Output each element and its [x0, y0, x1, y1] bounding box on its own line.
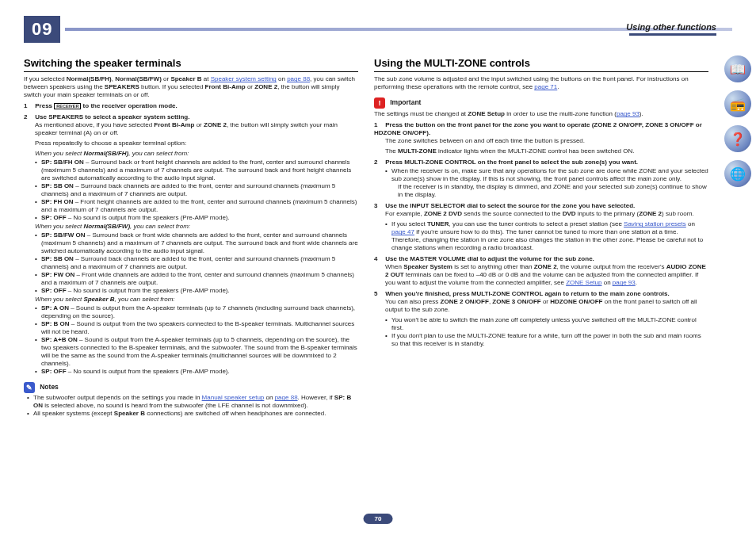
heading-multizone: Using the MULTI-ZONE controls	[374, 57, 708, 72]
when-speaker-b: When you select Speaker B, you can selec…	[35, 296, 358, 304]
chapter-number: 09	[24, 16, 60, 43]
section-label: Using other functions	[626, 22, 716, 32]
list-item: SP: SB/FW ON – Surround back or front wi…	[35, 231, 358, 255]
link-page-93b[interactable]: page 93	[613, 279, 636, 286]
mz-step-3: 3 Use the INPUT SELECTOR dial to select …	[374, 202, 708, 210]
mz-s5-list: You won't be able to switch the main zon…	[385, 316, 708, 348]
globe-icon[interactable]: 🌐	[724, 160, 751, 187]
important-icon: !	[374, 97, 385, 109]
list-item: SP: SB/FH ON – Surround back or front he…	[35, 159, 358, 182]
step-1: 1 Press RECEIVER to the receiver operati…	[24, 102, 358, 110]
list-item: The subwoofer output depends on the sett…	[27, 394, 358, 410]
device-icon[interactable]: 📻	[724, 90, 751, 117]
note-icon: ✎	[24, 382, 35, 393]
important-text: The settings must be changed at ZONE Set…	[374, 110, 708, 118]
notes-title: Notes	[40, 383, 59, 391]
important-block: ! Important The settings must be changed…	[374, 97, 708, 118]
help-icon[interactable]: ❓	[724, 125, 751, 152]
heading-switching: Switching the speaker terminals	[24, 57, 358, 72]
list-item: SP: FW ON – Front wide channels are adde…	[35, 271, 358, 287]
right-column: Using the MULTI-ZONE controls The sub zo…	[374, 57, 732, 418]
link-saving-presets[interactable]: Saving station presets	[624, 220, 686, 227]
list-item: SP: OFF – No sound is output from the sp…	[35, 368, 358, 376]
list-item: If you select TUNER, you can use the tun…	[385, 220, 708, 252]
notes-block: ✎ Notes The subwoofer output depends on …	[24, 382, 358, 418]
mz-s2-list: When the receiver is on, make sure that …	[385, 167, 708, 199]
book-icon[interactable]: 📖	[724, 55, 751, 82]
mz-intro: The sub zone volume is adjusted and the …	[374, 75, 708, 91]
link-page-88[interactable]: page 88	[287, 75, 310, 82]
mz-s1-p2: The MULTI-ZONE indicator lights when the…	[385, 147, 708, 155]
link-page-71[interactable]: page 71	[534, 83, 557, 90]
link-zone-setup[interactable]: ZONE Setup	[566, 279, 601, 286]
list-item: When the receiver is on, make sure that …	[385, 167, 708, 199]
link-speaker-system[interactable]: Speaker system setting	[211, 75, 277, 82]
page-number: 70	[364, 514, 393, 524]
notes-list: The subwoofer output depends on the sett…	[27, 394, 358, 418]
important-title: Important	[390, 98, 421, 106]
list-sbfw: SP: SB/FW ON – Surround back or front wi…	[35, 231, 358, 295]
mz-s4-p1: When Speaker System is set to anything o…	[385, 263, 708, 287]
step2-para2: Press repeatedly to choose a speaker ter…	[35, 139, 358, 147]
list-item: SP: B ON – Sound is output from the two …	[35, 320, 358, 336]
mz-step-2: 2 Press MULTI-ZONE CONTROL on the front …	[374, 159, 708, 166]
left-column: Switching the speaker terminals If you s…	[24, 57, 358, 418]
step-2: 2 Use SPEAKERS to select a speaker syste…	[24, 113, 358, 121]
list-item: SP: OFF – No sound is output from the sp…	[35, 214, 358, 222]
content-columns: Switching the speaker terminals If you s…	[24, 57, 732, 418]
mz-step-4: 4 Use the MASTER VOLUME dial to adjust t…	[374, 255, 708, 263]
list-item: All speaker systems (except Speaker B co…	[27, 410, 358, 418]
section-underline	[629, 33, 716, 36]
link-page-88b[interactable]: page 88	[275, 394, 298, 401]
list-item: If you don't plan to use the MULTI-ZONE …	[385, 332, 708, 348]
list-item: SP: SB ON – Surround back channels are a…	[35, 255, 358, 271]
list-item: You won't be able to switch the main zon…	[385, 316, 708, 332]
intro-para: If you selected Normal(SB/FH), Normal(SB…	[24, 75, 358, 99]
mz-step-5: 5 When you're finished, press MULTI-ZONE…	[374, 290, 708, 298]
list-item: SP: FH ON – Front height channels are ad…	[35, 198, 358, 214]
when-normal-sbfh: When you select Normal(SB/FH), you can s…	[35, 150, 358, 158]
link-page-47[interactable]: page 47	[391, 228, 414, 235]
list-sbfh: SP: SB/FH ON – Surround back or front he…	[35, 159, 358, 222]
link-page-93[interactable]: page 93	[617, 110, 640, 117]
list-item: SP: A+B ON – Sound is output from the A-…	[35, 336, 358, 368]
mz-s1-p1: The zone switches between on and off eac…	[385, 137, 708, 145]
mz-step-1: 1 Press the button on the front panel fo…	[374, 121, 708, 137]
list-item: SP: SB ON – Surround back channels are a…	[35, 182, 358, 198]
link-manual-speaker[interactable]: Manual speaker setup	[202, 394, 265, 401]
mz-s5-p1: You can also press ZONE 2 ON/OFF, ZONE 3…	[385, 298, 708, 314]
when-normal-sbfw: When you select Normal(SB/FW), you can s…	[35, 223, 358, 231]
list-item: SP: OFF – No sound is output from the sp…	[35, 287, 358, 295]
receiver-button-icon: RECEIVER	[54, 103, 81, 109]
mz-s3-list: If you select TUNER, you can use the tun…	[385, 220, 708, 252]
list-speakerb: SP: A ON – Sound is output from the A-sp…	[35, 304, 358, 376]
mz-s3-p1: For example, ZONE 2 DVD sends the source…	[385, 210, 708, 218]
side-nav-icons: 📖 📻 ❓ 🌐	[724, 55, 751, 187]
step2-para1: As mentioned above, if you have selected…	[35, 121, 358, 137]
list-item: SP: A ON – Sound is output from the A-sp…	[35, 304, 358, 320]
